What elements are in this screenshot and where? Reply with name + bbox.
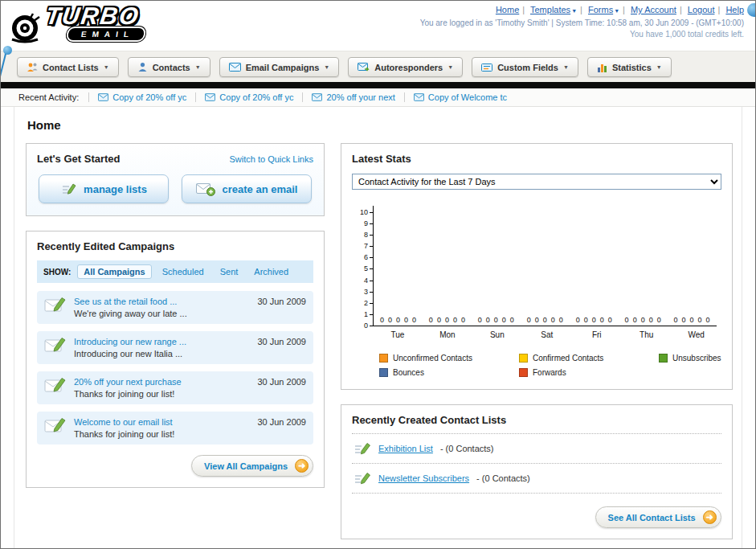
bar-value-label: 0 [502,317,506,324]
nav-tab-label: Statistics [612,63,652,72]
create-an-email-button[interactable]: create an email [182,174,312,203]
legend-label: Unconfirmed Contacts [393,354,472,363]
recent-activity-text: Copy of Welcome tc [428,92,507,102]
bar-value-label: 0 [584,317,588,324]
content-area: Home Let's Get Started Switch to Quick L… [14,107,742,549]
statistics-icon [597,63,607,72]
turbo-email-logo[interactable]: TURBO EMAIL [7,2,145,44]
contact-list-item[interactable]: Newsletter Subscribers - (0 Contacts) [352,464,721,494]
nav-tab-contacts[interactable]: Contacts ▼ [128,57,210,77]
contact-list-name-link[interactable]: Newsletter Subscribers [378,473,469,483]
filter-tab-sent[interactable]: Sent [215,265,244,278]
recent-activity-item[interactable]: 20% off your next [302,92,403,102]
bar-group: 00000 [674,317,710,326]
x-axis-label: Sat [529,330,565,339]
legend-item: Bounces [379,368,516,377]
page-title: Home [27,118,730,132]
campaign-subtitle: Thanks for joining our list! [74,429,250,439]
top-link-forms[interactable]: Forms [588,5,613,14]
recent-activity-item[interactable]: Copy of 20% off yc [195,92,302,102]
contact-list-item[interactable]: Exhibition List - (0 Contacts) [352,434,721,464]
chevron-down-icon: ▼ [656,64,662,70]
link-separator: | [623,5,625,14]
recently-edited-campaigns-panel: Recently Edited Campaigns SHOW: All Camp… [26,231,325,488]
campaign-edit-icon [44,417,67,435]
filter-tab-all-campaigns[interactable]: All Campaigns [77,264,151,279]
envelope-icon [98,93,108,101]
contacts-icon [137,62,148,72]
pencil-icon [60,182,76,196]
contact-activity-chart: 109876543210 000000000000000000000000000… [355,206,717,326]
view-all-campaigns-button[interactable]: View All Campaigns ➜ [191,455,313,477]
bar-value-label: 0 [453,317,457,324]
campaign-list-item[interactable]: Introducing our new range ... Introducin… [37,331,313,364]
nav-tab-label: Autoresponders [374,63,443,72]
bar-group: 00000 [380,317,416,326]
campaign-list-item[interactable]: Welcome to our email list Thanks for joi… [37,412,313,445]
x-axis-label: Mon [430,330,465,339]
stats-range-select[interactable]: Contact Activity for the Last 7 Days [352,174,721,190]
legend-swatch [379,354,388,363]
campaign-edit-icon [44,337,67,354]
contact-list-name-link[interactable]: Exhibition List [378,444,433,453]
snail-logo-icon [7,7,44,44]
recent-activity-bar: Recent Activity: Copy of 20% off yc Copy… [1,88,755,107]
campaign-title-link[interactable]: See us at the retail food ... [74,297,250,306]
contact-list-count: - (0 Contacts) [440,444,494,453]
nav-tab-custom-fields[interactable]: Custom Fields ▼ [472,57,578,77]
x-axis-label: Fri [579,330,615,339]
logo-title: TURBO [44,2,141,30]
credits-info: You have 1,000 total credits left. [420,30,744,39]
bar-value-label: 0 [690,317,694,324]
nav-tab-contact-lists[interactable]: Contact Lists ▼ [17,57,119,77]
campaign-list-item[interactable]: See us at the retail food ... We're givi… [37,291,313,324]
y-tick-label: 8 [364,231,373,239]
chart-legend: Unconfirmed ContactsConfirmed ContactsUn… [379,354,721,377]
bar-value-label: 0 [535,317,539,324]
bar-value-label: 0 [633,317,637,324]
nav-tab-email-campaigns[interactable]: Email Campaigns ▼ [219,57,340,77]
main-nav: Contact Lists ▼ Contacts ▼ Email Campaig… [1,51,755,82]
bar-value-label: 0 [478,317,482,324]
top-link-home[interactable]: Home [496,5,519,14]
switch-to-quick-links-link[interactable]: Switch to Quick Links [229,154,313,164]
nav-tab-statistics[interactable]: Statistics ▼ [587,57,672,77]
manage-lists-button[interactable]: manage lists [39,174,169,203]
header-right: Home| Templates▼| Forms▼| My Account| Lo… [420,5,744,39]
nav-tab-autoresponders[interactable]: Autoresponders ▼ [348,57,463,77]
campaign-list-item[interactable]: 20% off your next purchase Thanks for jo… [37,371,313,404]
top-link-logout[interactable]: Logout [688,5,715,14]
recent-activity-item[interactable]: Copy of 20% off yc [88,92,195,102]
y-tick-label: 3 [364,289,373,296]
nav-divider-strip [1,82,755,88]
bar-value-label: 0 [608,317,612,324]
recent-activity-item[interactable]: Copy of Welcome tc [404,92,516,102]
campaign-title-link[interactable]: Welcome to our email list [74,417,250,427]
chart-x-labels: TueMonSunSatFriThuWed [373,326,721,339]
y-tick-label: 7 [364,243,373,250]
chevron-down-icon: ▼ [324,64,329,70]
envelope-icon [312,93,322,101]
top-link-templates[interactable]: Templates [530,5,570,14]
top-link-help[interactable]: Help [725,5,744,14]
legend-item: Forwards [519,368,656,377]
recent-activity-label: Recent Activity: [18,92,79,102]
top-link-my-account[interactable]: My Account [631,5,676,14]
recent-activity-text: Copy of 20% off yc [219,92,293,102]
campaign-title-link[interactable]: Introducing our new range ... [74,337,250,346]
campaign-title-link[interactable]: 20% off your next purchase [74,377,250,387]
legend-label: Confirmed Contacts [533,354,603,363]
bar-group: 00000 [429,317,465,326]
see-all-contact-lists-button[interactable]: See All Contact Lists ➜ [595,506,721,528]
bar-group: 00000 [576,317,612,326]
view-all-campaigns-label: View All Campaigns [204,461,288,471]
filter-tab-archived[interactable]: Archived [248,265,294,278]
get-started-title: Let's Get Started [37,153,121,165]
bar-value-label: 0 [641,317,645,324]
bar-group: 00000 [527,317,563,326]
latest-stats-panel: Latest Stats Contact Activity for the La… [341,143,733,390]
left-column: Let's Get Started Switch to Quick Links … [26,143,325,502]
campaign-date: 30 Jun 2009 [257,297,306,318]
legend-label: Unsubscribes [672,354,721,363]
filter-tab-scheduled[interactable]: Scheduled [157,265,210,278]
